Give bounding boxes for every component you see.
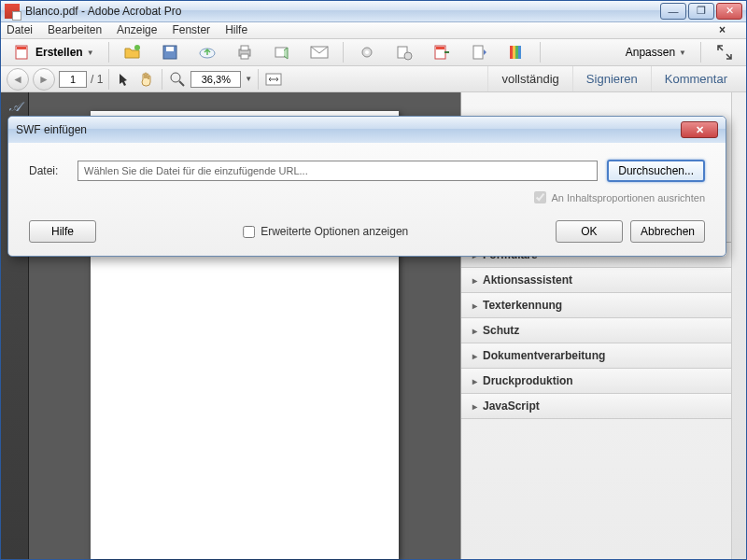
svg-rect-1	[17, 47, 26, 49]
advanced-label: Erweiterte Optionen anzeigen	[261, 225, 408, 238]
dialog-close-button[interactable]: ✕	[681, 121, 718, 138]
file-path-input[interactable]	[78, 161, 598, 181]
printer-icon	[235, 43, 254, 62]
dialog-titlebar: SWF einfügen ✕	[8, 117, 726, 143]
pointer-tool-icon[interactable]	[115, 70, 134, 89]
hand-tool-icon[interactable]	[137, 70, 156, 89]
acc-print[interactable]: Druckproduktion	[461, 369, 731, 394]
menu-edit[interactable]: Bearbeiten	[48, 23, 102, 36]
window-title: Blanco.pdf - Adobe Acrobat Pro	[25, 5, 660, 18]
file-label: Datei:	[29, 164, 68, 177]
svg-point-2	[134, 45, 140, 50]
align-checkbox	[534, 191, 546, 203]
svg-rect-20	[513, 46, 515, 59]
menu-view[interactable]: Anzeige	[117, 23, 157, 36]
pane-comment[interactable]: Kommentar	[651, 66, 740, 91]
zoom-tool-icon[interactable]	[168, 70, 187, 89]
svg-point-14	[404, 52, 412, 60]
maximize-button[interactable]: ❐	[688, 3, 714, 20]
close-button[interactable]: ✕	[716, 3, 742, 20]
page-total: / 1	[91, 73, 103, 86]
multimedia-icon	[470, 43, 488, 62]
svg-rect-17	[444, 51, 449, 53]
zoom-dropdown[interactable]: ▼	[245, 75, 252, 83]
edit-pdf-icon	[432, 43, 451, 62]
acc-protect[interactable]: Schutz	[461, 318, 731, 343]
share-button[interactable]	[266, 39, 298, 65]
svg-point-23	[171, 73, 180, 82]
gear-icon	[358, 43, 376, 62]
export-icon	[395, 43, 414, 62]
cloud-icon	[198, 43, 217, 62]
advanced-checkbox[interactable]	[243, 226, 255, 238]
svg-rect-4	[166, 47, 174, 51]
menu-file[interactable]: Datei	[7, 23, 33, 36]
acc-ocr[interactable]: Texterkennung	[461, 293, 731, 318]
align-label: An Inhaltsproportionen ausrichten	[552, 192, 706, 203]
acc-actions[interactable]: Aktionsassistent	[461, 268, 731, 293]
customize-button[interactable]: Anpassen▼	[619, 42, 693, 63]
scrollbar[interactable]	[731, 92, 746, 559]
cloud-button[interactable]	[191, 39, 223, 65]
svg-line-24	[179, 81, 184, 86]
acc-js[interactable]: JavaScript	[461, 394, 731, 419]
titlebar: Blanco.pdf - Adobe Acrobat Pro — ❐ ✕	[1, 1, 746, 22]
envelope-icon	[310, 43, 329, 62]
acc-docproc[interactable]: Dokumentverarbeitung	[461, 343, 731, 369]
prev-page-button[interactable]: ◄	[7, 68, 29, 91]
menubar: Datei Bearbeiten Anzeige Fenster Hilfe ×	[1, 22, 746, 39]
settings-button[interactable]	[351, 39, 383, 65]
rainbow-icon	[507, 43, 526, 62]
email-button[interactable]	[303, 39, 335, 65]
toolbar-main: Erstellen ▼ Anpassen▼	[1, 39, 746, 66]
pane-tools[interactable]: vollständig	[487, 66, 571, 91]
expand-icon	[715, 43, 734, 62]
pane-sign[interactable]: Signieren	[572, 66, 651, 91]
fit-width-icon[interactable]	[264, 70, 283, 89]
app-window: Blanco.pdf - Adobe Acrobat Pro — ❐ ✕ Dat…	[0, 0, 747, 560]
page-input[interactable]	[59, 71, 87, 88]
fullscreen-button[interactable]	[709, 39, 740, 65]
open-button[interactable]	[117, 39, 148, 65]
zoom-input[interactable]	[190, 71, 241, 88]
doc-close-button[interactable]: ×	[719, 23, 726, 36]
toolbar-nav: ◄ ► / 1 ▼ vollständig Signieren Kommenta…	[1, 66, 746, 92]
next-page-button[interactable]: ►	[33, 68, 55, 91]
svg-rect-21	[515, 46, 518, 59]
acrobat-icon	[5, 4, 20, 19]
share-icon	[273, 43, 291, 62]
color-button[interactable]	[500, 39, 532, 65]
svg-rect-8	[241, 54, 248, 59]
edit-pdf-button[interactable]	[426, 39, 458, 65]
folder-open-icon	[123, 43, 142, 62]
svg-rect-7	[241, 46, 248, 50]
help-button[interactable]: Hilfe	[29, 220, 96, 243]
cancel-button[interactable]: Abbrechen	[630, 220, 705, 243]
create-icon	[13, 43, 32, 62]
insert-swf-dialog: SWF einfügen ✕ Datei: Durchsuchen... An …	[7, 116, 726, 257]
svg-point-12	[365, 50, 369, 54]
floppy-icon	[161, 43, 179, 62]
export-button[interactable]	[388, 39, 420, 65]
svg-rect-16	[436, 47, 444, 49]
tools-accordion: Formulare Aktionsassistent Texterkennung…	[461, 242, 731, 419]
svg-rect-19	[510, 46, 513, 59]
minimize-button[interactable]: —	[660, 3, 686, 20]
save-button[interactable]	[154, 39, 186, 65]
print-button[interactable]	[229, 39, 261, 65]
ok-button[interactable]: OK	[556, 220, 623, 243]
svg-rect-22	[518, 46, 521, 59]
create-button[interactable]: Erstellen ▼	[7, 39, 101, 65]
svg-rect-18	[473, 46, 483, 59]
multimedia-button[interactable]	[463, 39, 495, 65]
menu-help[interactable]: Hilfe	[225, 23, 247, 36]
menu-window[interactable]: Fenster	[172, 23, 210, 36]
browse-button[interactable]: Durchsuchen...	[607, 160, 705, 182]
dialog-title: SWF einfügen	[16, 123, 87, 136]
